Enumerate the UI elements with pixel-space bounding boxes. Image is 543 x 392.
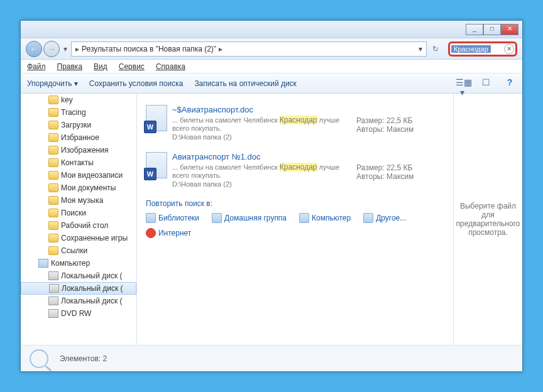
results-pane[interactable]: ~$Авиатранспорт.doc... билеты на самолет… [137, 94, 453, 345]
sidebar-item[interactable]: Ссылки [21, 244, 136, 257]
sidebar-item-label: Локальный диск ( [62, 284, 123, 293]
repeat-search-link[interactable]: Компьютер [299, 213, 351, 223]
repeat-search-link-internet[interactable]: Интернет [146, 228, 191, 238]
status-text: Элементов: 2 [60, 354, 107, 363]
folder-icon [48, 171, 58, 180]
explorer-window: _ □ ✕ ← → ▾ ▸ Результаты поиска в "Новая… [20, 20, 523, 372]
menu-file[interactable]: Файл [27, 62, 46, 71]
search-highlight: Краснодар [280, 116, 317, 124]
back-button[interactable]: ← [26, 41, 42, 57]
result-meta: Размер: 22,5 КБАвторы: Максим [356, 152, 444, 188]
sidebar-item-label: Ссылки [61, 246, 87, 255]
location-icon [299, 213, 309, 223]
result-snippet: ... билеты на самолет Челябинск Краснода… [172, 116, 356, 132]
search-result[interactable]: ~$Авиатранспорт.doc... билеты на самолет… [142, 101, 448, 144]
sidebar-item[interactable]: Локальный диск ( [21, 282, 136, 295]
menu-view[interactable]: Вид [94, 62, 107, 71]
sidebar-item[interactable]: key [21, 94, 136, 106]
sidebar-item-label: Сохраненные игры [61, 234, 128, 242]
address-bar[interactable]: ▸ Результаты поиска в "Новая папка (2)" … [71, 41, 427, 57]
result-snippet: ... билеты на самолет Челябинск Краснода… [172, 163, 356, 179]
result-size: Размер: 22,5 КБ [356, 116, 444, 125]
sidebar-item[interactable]: Контакты [21, 156, 136, 169]
word-doc-icon [146, 105, 167, 131]
drive-icon [49, 284, 59, 293]
result-path: D:\Новая папка (2) [172, 180, 356, 188]
menu-edit[interactable]: Правка [57, 62, 83, 71]
opera-icon [146, 228, 156, 238]
search-input[interactable]: Краснодар ✕ [450, 43, 515, 55]
menu-help[interactable]: Справка [156, 62, 185, 71]
sidebar-item-label: Мои документы [61, 183, 116, 192]
organize-button[interactable]: Упорядочить ▾ [27, 79, 78, 88]
sidebar-item-label: Мои видеозаписи [61, 171, 123, 180]
address-caret-icon: ▸ [75, 45, 79, 53]
maximize-button[interactable]: □ [483, 24, 501, 35]
save-search-button[interactable]: Сохранить условия поиска [89, 79, 184, 88]
toolbar: Упорядочить ▾ Сохранить условия поиска З… [21, 74, 522, 94]
sidebar-item[interactable]: Мои документы [21, 182, 136, 194]
navbar: ← → ▾ ▸ Результаты поиска в "Новая папка… [21, 38, 522, 60]
preview-pane: Выберите файл для предварительного просм… [453, 94, 522, 345]
sidebar-item[interactable]: Tracing [21, 106, 136, 119]
repeat-search-title: Повторить поиск в: [142, 199, 448, 208]
statusbar: Элементов: 2 [21, 345, 522, 371]
sidebar[interactable]: keyTracingЗагрузкиИзбранноеИзображенияКо… [21, 94, 137, 345]
window-buttons: _ □ ✕ [466, 24, 518, 35]
refresh-button[interactable]: ↻ [429, 45, 442, 53]
sidebar-item[interactable]: Избранное [21, 131, 136, 144]
clear-search-button[interactable]: ✕ [504, 44, 514, 54]
folder-icon [48, 146, 58, 155]
sidebar-item-label: Изображения [61, 146, 108, 155]
search-result[interactable]: Авиатранспорт №1.doc... билеты на самоле… [142, 148, 448, 192]
result-filename: Авиатранспорт №1.doc [172, 152, 356, 161]
menu-tools[interactable]: Сервис [119, 62, 145, 71]
folder-icon [48, 221, 58, 230]
sidebar-item[interactable]: Изображения [21, 144, 136, 156]
forward-button[interactable]: → [43, 41, 60, 57]
result-main: ~$Авиатранспорт.doc... билеты на самолет… [172, 105, 356, 141]
titlebar: _ □ ✕ [21, 21, 522, 38]
magnifier-icon [30, 349, 48, 368]
preview-text: Выберите файл для предварительного просм… [456, 202, 520, 237]
help-button[interactable]: ? [503, 77, 516, 90]
repeat-search-link[interactable]: Другое... [363, 213, 406, 223]
drive-icon [48, 297, 58, 305]
repeat-link-label: Домашняя группа [224, 214, 287, 222]
sidebar-item-label: DVD RW [61, 309, 91, 318]
sidebar-item[interactable]: Локальный диск ( [21, 295, 136, 307]
sidebar-item[interactable]: Рабочий стол [21, 219, 136, 232]
sidebar-item[interactable]: Моя музыка [21, 194, 136, 207]
repeat-link-label: Компьютер [312, 214, 351, 222]
sidebar-item[interactable]: DVD RW [21, 307, 136, 320]
address-dropdown-icon[interactable]: ▾ [419, 45, 422, 53]
search-highlight: Краснодар [280, 163, 317, 172]
preview-pane-button[interactable]: ☐ [480, 77, 492, 90]
location-icon [212, 213, 222, 223]
view-mode-button[interactable]: ☰▦ ▾ [456, 77, 468, 90]
sidebar-item[interactable]: Мои видеозаписи [21, 169, 136, 182]
sidebar-item[interactable]: Загрузки [21, 119, 136, 131]
result-main: Авиатранспорт №1.doc... билеты на самоле… [172, 152, 356, 188]
folder-icon [48, 196, 58, 205]
result-size: Размер: 22,5 КБ [356, 163, 444, 172]
sidebar-item-label: Поиски [61, 209, 86, 217]
menubar: Файл Правка Вид Сервис Справка [21, 60, 522, 74]
repeat-search-link[interactable]: Домашняя группа [212, 213, 287, 223]
comp-icon [38, 259, 48, 268]
folder-icon [48, 95, 58, 104]
folder-icon [48, 209, 58, 217]
burn-disc-button[interactable]: Записать на оптический диск [194, 79, 297, 88]
sidebar-item[interactable]: Поиски [21, 207, 136, 219]
sidebar-item[interactable]: Сохраненные игры [21, 232, 136, 244]
body: keyTracingЗагрузкиИзбранноеИзображенияКо… [21, 94, 522, 345]
result-meta: Размер: 22,5 КБАвторы: Максим [356, 105, 444, 141]
close-button[interactable]: ✕ [501, 24, 518, 35]
nav-history-dropdown[interactable]: ▾ [60, 45, 71, 53]
sidebar-item[interactable]: Локальный диск ( [21, 270, 136, 282]
sidebar-item-label: Tracing [61, 108, 86, 117]
minimize-button[interactable]: _ [466, 24, 483, 35]
repeat-search-link[interactable]: Библиотеки [146, 213, 199, 223]
sidebar-item-label: Моя музыка [61, 196, 103, 205]
sidebar-item[interactable]: Компьютер [21, 257, 136, 270]
